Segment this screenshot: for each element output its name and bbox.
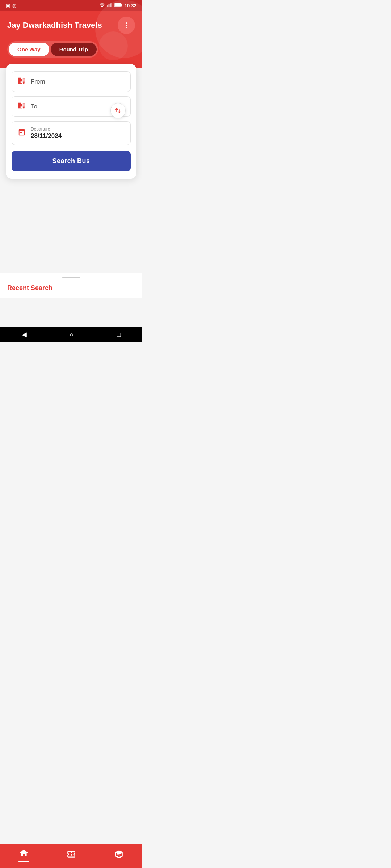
recent-search-title: Recent Search — [7, 284, 135, 292]
svg-point-9 — [126, 25, 127, 26]
to-building-icon — [18, 102, 26, 111]
media-icon: ◎ — [12, 3, 16, 8]
search-bus-button[interactable]: Search Bus — [12, 151, 131, 171]
header-row: Jay Dwarkadhish Travels — [7, 17, 135, 34]
bottom-sheet: Recent Search — [0, 273, 142, 298]
from-building-icon — [18, 77, 26, 86]
wifi-icon — [99, 3, 105, 8]
svg-point-0 — [102, 7, 102, 7]
svg-point-10 — [126, 27, 127, 28]
menu-button[interactable] — [118, 17, 135, 34]
svg-point-8 — [126, 22, 127, 24]
one-way-button[interactable]: One Way — [9, 43, 49, 56]
search-card: From To Departure 28/11/2024 Search Bus — [6, 64, 136, 179]
to-placeholder: To — [31, 103, 37, 110]
content-area — [0, 179, 142, 273]
recent-button[interactable]: □ — [117, 331, 121, 339]
sheet-handle — [62, 277, 80, 278]
status-bar-left: ▣ ◎ — [6, 3, 16, 8]
departure-label: Departure — [31, 127, 62, 132]
back-button[interactable]: ◀ — [22, 331, 27, 339]
app-title: Jay Dwarkadhish Travels — [7, 20, 102, 31]
calendar-icon — [18, 128, 26, 138]
departure-info: Departure 28/11/2024 — [31, 127, 62, 140]
home-button[interactable]: ○ — [70, 331, 74, 339]
header: Jay Dwarkadhish Travels One Way Round Tr… — [0, 11, 142, 68]
round-trip-button[interactable]: Round Trip — [51, 43, 97, 56]
departure-date: 28/11/2024 — [31, 132, 62, 140]
swap-button[interactable] — [110, 103, 126, 118]
from-field[interactable]: From — [12, 71, 131, 92]
trip-toggle: One Way Round Trip — [7, 41, 98, 58]
sim-icon: ▣ — [6, 3, 10, 8]
android-nav-bar: ◀ ○ □ — [0, 327, 142, 342]
nav-spacer — [0, 298, 142, 327]
departure-field[interactable]: Departure 28/11/2024 — [12, 121, 131, 145]
from-placeholder: From — [31, 78, 45, 85]
